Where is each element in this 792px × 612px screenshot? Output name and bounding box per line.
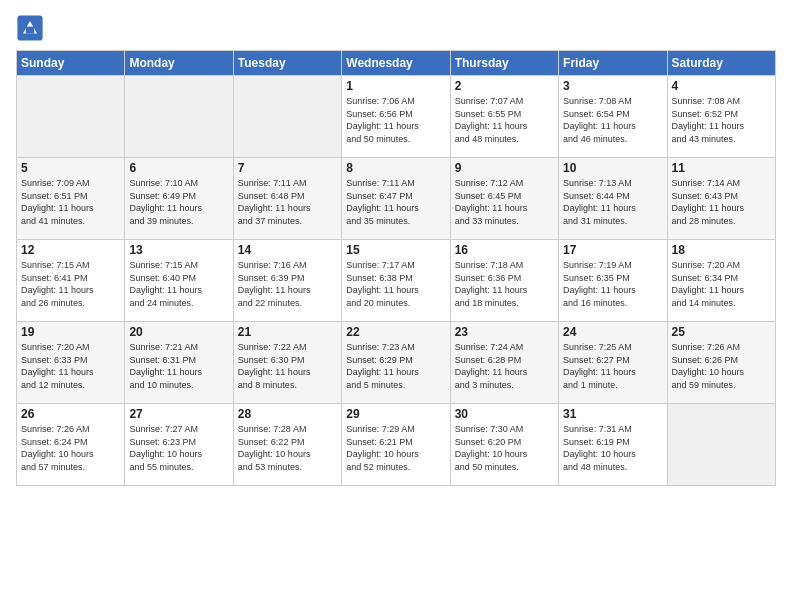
day-info: Sunrise: 7:20 AM Sunset: 6:33 PM Dayligh… <box>21 342 94 390</box>
calendar-cell: 23Sunrise: 7:24 AM Sunset: 6:28 PM Dayli… <box>450 322 558 404</box>
day-number: 13 <box>129 243 228 257</box>
calendar-cell: 2Sunrise: 7:07 AM Sunset: 6:55 PM Daylig… <box>450 76 558 158</box>
day-info: Sunrise: 7:29 AM Sunset: 6:21 PM Dayligh… <box>346 424 419 472</box>
day-info: Sunrise: 7:10 AM Sunset: 6:49 PM Dayligh… <box>129 178 202 226</box>
calendar-cell <box>667 404 775 486</box>
calendar-cell: 28Sunrise: 7:28 AM Sunset: 6:22 PM Dayli… <box>233 404 341 486</box>
calendar-cell: 24Sunrise: 7:25 AM Sunset: 6:27 PM Dayli… <box>559 322 667 404</box>
day-number: 18 <box>672 243 771 257</box>
day-info: Sunrise: 7:22 AM Sunset: 6:30 PM Dayligh… <box>238 342 311 390</box>
day-number: 11 <box>672 161 771 175</box>
calendar-cell: 6Sunrise: 7:10 AM Sunset: 6:49 PM Daylig… <box>125 158 233 240</box>
day-number: 31 <box>563 407 662 421</box>
day-number: 25 <box>672 325 771 339</box>
weekday-header-saturday: Saturday <box>667 51 775 76</box>
calendar-cell <box>125 76 233 158</box>
weekday-header-tuesday: Tuesday <box>233 51 341 76</box>
logo <box>16 14 46 42</box>
page: SundayMondayTuesdayWednesdayThursdayFrid… <box>0 0 792 612</box>
day-number: 5 <box>21 161 120 175</box>
day-info: Sunrise: 7:20 AM Sunset: 6:34 PM Dayligh… <box>672 260 745 308</box>
calendar-cell: 27Sunrise: 7:27 AM Sunset: 6:23 PM Dayli… <box>125 404 233 486</box>
day-info: Sunrise: 7:26 AM Sunset: 6:24 PM Dayligh… <box>21 424 94 472</box>
day-number: 22 <box>346 325 445 339</box>
calendar-cell: 3Sunrise: 7:08 AM Sunset: 6:54 PM Daylig… <box>559 76 667 158</box>
day-info: Sunrise: 7:08 AM Sunset: 6:54 PM Dayligh… <box>563 96 636 144</box>
calendar-cell: 18Sunrise: 7:20 AM Sunset: 6:34 PM Dayli… <box>667 240 775 322</box>
day-number: 9 <box>455 161 554 175</box>
day-number: 15 <box>346 243 445 257</box>
day-number: 16 <box>455 243 554 257</box>
day-info: Sunrise: 7:07 AM Sunset: 6:55 PM Dayligh… <box>455 96 528 144</box>
day-number: 10 <box>563 161 662 175</box>
day-info: Sunrise: 7:15 AM Sunset: 6:40 PM Dayligh… <box>129 260 202 308</box>
day-info: Sunrise: 7:18 AM Sunset: 6:36 PM Dayligh… <box>455 260 528 308</box>
weekday-header-row: SundayMondayTuesdayWednesdayThursdayFrid… <box>17 51 776 76</box>
calendar-cell: 20Sunrise: 7:21 AM Sunset: 6:31 PM Dayli… <box>125 322 233 404</box>
day-info: Sunrise: 7:19 AM Sunset: 6:35 PM Dayligh… <box>563 260 636 308</box>
day-number: 4 <box>672 79 771 93</box>
day-number: 23 <box>455 325 554 339</box>
calendar-cell: 22Sunrise: 7:23 AM Sunset: 6:29 PM Dayli… <box>342 322 450 404</box>
calendar-cell: 5Sunrise: 7:09 AM Sunset: 6:51 PM Daylig… <box>17 158 125 240</box>
logo-icon <box>16 14 44 42</box>
day-number: 6 <box>129 161 228 175</box>
day-number: 8 <box>346 161 445 175</box>
day-info: Sunrise: 7:13 AM Sunset: 6:44 PM Dayligh… <box>563 178 636 226</box>
calendar-cell: 4Sunrise: 7:08 AM Sunset: 6:52 PM Daylig… <box>667 76 775 158</box>
day-number: 14 <box>238 243 337 257</box>
day-info: Sunrise: 7:09 AM Sunset: 6:51 PM Dayligh… <box>21 178 94 226</box>
day-number: 1 <box>346 79 445 93</box>
day-number: 3 <box>563 79 662 93</box>
day-number: 17 <box>563 243 662 257</box>
calendar-cell: 16Sunrise: 7:18 AM Sunset: 6:36 PM Dayli… <box>450 240 558 322</box>
day-number: 12 <box>21 243 120 257</box>
day-info: Sunrise: 7:24 AM Sunset: 6:28 PM Dayligh… <box>455 342 528 390</box>
calendar-cell: 12Sunrise: 7:15 AM Sunset: 6:41 PM Dayli… <box>17 240 125 322</box>
day-info: Sunrise: 7:15 AM Sunset: 6:41 PM Dayligh… <box>21 260 94 308</box>
calendar-cell: 26Sunrise: 7:26 AM Sunset: 6:24 PM Dayli… <box>17 404 125 486</box>
calendar-cell: 25Sunrise: 7:26 AM Sunset: 6:26 PM Dayli… <box>667 322 775 404</box>
calendar-cell: 19Sunrise: 7:20 AM Sunset: 6:33 PM Dayli… <box>17 322 125 404</box>
day-number: 28 <box>238 407 337 421</box>
calendar-cell: 10Sunrise: 7:13 AM Sunset: 6:44 PM Dayli… <box>559 158 667 240</box>
weekday-header-monday: Monday <box>125 51 233 76</box>
calendar-cell: 9Sunrise: 7:12 AM Sunset: 6:45 PM Daylig… <box>450 158 558 240</box>
calendar-cell <box>233 76 341 158</box>
day-info: Sunrise: 7:27 AM Sunset: 6:23 PM Dayligh… <box>129 424 202 472</box>
calendar-cell: 31Sunrise: 7:31 AM Sunset: 6:19 PM Dayli… <box>559 404 667 486</box>
calendar-cell: 29Sunrise: 7:29 AM Sunset: 6:21 PM Dayli… <box>342 404 450 486</box>
day-info: Sunrise: 7:30 AM Sunset: 6:20 PM Dayligh… <box>455 424 528 472</box>
day-info: Sunrise: 7:17 AM Sunset: 6:38 PM Dayligh… <box>346 260 419 308</box>
calendar-week-row: 26Sunrise: 7:26 AM Sunset: 6:24 PM Dayli… <box>17 404 776 486</box>
day-info: Sunrise: 7:06 AM Sunset: 6:56 PM Dayligh… <box>346 96 419 144</box>
day-info: Sunrise: 7:16 AM Sunset: 6:39 PM Dayligh… <box>238 260 311 308</box>
day-number: 7 <box>238 161 337 175</box>
calendar-cell: 21Sunrise: 7:22 AM Sunset: 6:30 PM Dayli… <box>233 322 341 404</box>
weekday-header-sunday: Sunday <box>17 51 125 76</box>
weekday-header-friday: Friday <box>559 51 667 76</box>
day-info: Sunrise: 7:31 AM Sunset: 6:19 PM Dayligh… <box>563 424 636 472</box>
day-number: 2 <box>455 79 554 93</box>
day-info: Sunrise: 7:23 AM Sunset: 6:29 PM Dayligh… <box>346 342 419 390</box>
day-number: 29 <box>346 407 445 421</box>
day-number: 21 <box>238 325 337 339</box>
day-info: Sunrise: 7:26 AM Sunset: 6:26 PM Dayligh… <box>672 342 745 390</box>
day-info: Sunrise: 7:12 AM Sunset: 6:45 PM Dayligh… <box>455 178 528 226</box>
day-info: Sunrise: 7:08 AM Sunset: 6:52 PM Dayligh… <box>672 96 745 144</box>
weekday-header-thursday: Thursday <box>450 51 558 76</box>
day-number: 30 <box>455 407 554 421</box>
day-number: 19 <box>21 325 120 339</box>
calendar-table: SundayMondayTuesdayWednesdayThursdayFrid… <box>16 50 776 486</box>
calendar-cell: 14Sunrise: 7:16 AM Sunset: 6:39 PM Dayli… <box>233 240 341 322</box>
day-number: 20 <box>129 325 228 339</box>
day-info: Sunrise: 7:11 AM Sunset: 6:47 PM Dayligh… <box>346 178 419 226</box>
header <box>16 10 776 42</box>
calendar-cell: 1Sunrise: 7:06 AM Sunset: 6:56 PM Daylig… <box>342 76 450 158</box>
day-number: 26 <box>21 407 120 421</box>
calendar-week-row: 19Sunrise: 7:20 AM Sunset: 6:33 PM Dayli… <box>17 322 776 404</box>
calendar-week-row: 12Sunrise: 7:15 AM Sunset: 6:41 PM Dayli… <box>17 240 776 322</box>
day-info: Sunrise: 7:28 AM Sunset: 6:22 PM Dayligh… <box>238 424 311 472</box>
weekday-header-wednesday: Wednesday <box>342 51 450 76</box>
day-info: Sunrise: 7:25 AM Sunset: 6:27 PM Dayligh… <box>563 342 636 390</box>
